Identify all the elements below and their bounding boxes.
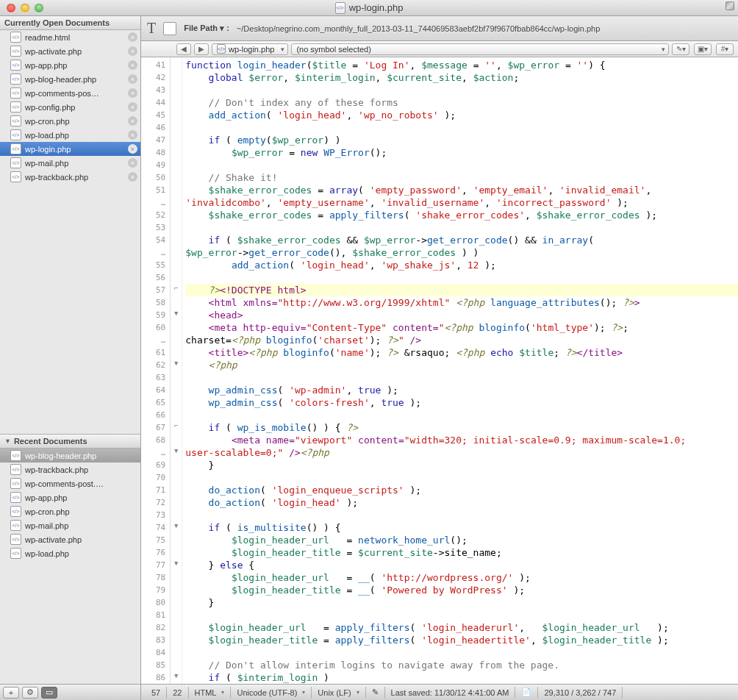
sidebar-footer: + ⚙ ▭ xyxy=(0,684,140,700)
last-saved: Last saved: 11/30/12 4:41:00 AM xyxy=(385,687,516,699)
file-name: wp-login.php xyxy=(25,145,126,154)
document-icon: </> xyxy=(335,2,345,14)
file-icon: </> xyxy=(10,534,21,545)
document-icon: </> xyxy=(217,44,226,54)
sidebar-recent-item[interactable]: </>wp-comments-post.… xyxy=(0,476,140,490)
minimize-icon[interactable] xyxy=(21,4,29,12)
close-icon[interactable]: × xyxy=(128,60,137,70)
close-icon[interactable] xyxy=(7,4,15,12)
file-name: wp-blog-header.php xyxy=(25,451,137,460)
nav-back-button[interactable]: ◀ xyxy=(176,43,191,55)
file-icon: </> xyxy=(10,88,21,99)
pencil-icon[interactable]: ✎▾ xyxy=(672,43,689,55)
file-icon: </> xyxy=(10,74,21,85)
file-name: wp-app.php xyxy=(25,61,126,70)
file-name: wp-cron.php xyxy=(25,507,137,516)
close-icon[interactable]: × xyxy=(128,158,137,168)
file-path-label[interactable]: File Path ▾ : xyxy=(184,24,229,33)
close-icon[interactable]: × xyxy=(128,102,137,112)
file-name: wp-activate.php xyxy=(25,535,137,544)
file-name: wp-load.php xyxy=(25,131,126,140)
view-toggle-button[interactable]: ▭ xyxy=(41,687,57,699)
sidebar-recent-item[interactable]: </>wp-trackback.php xyxy=(0,463,140,476)
file-name: wp-trackback.php xyxy=(25,173,126,182)
file-icon: </> xyxy=(10,520,21,531)
file-icon: </> xyxy=(10,60,21,71)
sidebar-open-item[interactable]: </>wp-config.php× xyxy=(0,100,140,114)
window-title: wp-login.php xyxy=(349,2,404,13)
sidebar-recent-item[interactable]: </>wp-app.php xyxy=(0,490,140,504)
line-gutter: 4142434445464748495051…525354…5556575859… xyxy=(141,57,171,684)
file-name: wp-cron.php xyxy=(25,117,126,126)
close-icon[interactable]: × xyxy=(128,144,137,154)
save-indicator-icon: ✎ xyxy=(366,687,385,699)
file-icon: </> xyxy=(10,46,21,57)
sidebar-open-item[interactable]: </>wp-app.php× xyxy=(0,58,140,72)
sidebar-open-item[interactable]: </>wp-comments-pos…× xyxy=(0,86,140,100)
close-icon[interactable]: × xyxy=(128,130,137,140)
sidebar-open-item[interactable]: </>readme.html× xyxy=(0,30,140,44)
sidebar-open-item[interactable]: </>wp-activate.php× xyxy=(0,44,140,58)
file-name: wp-activate.php xyxy=(25,47,126,56)
text-tool-icon[interactable]: T xyxy=(147,20,156,37)
document-icon[interactable] xyxy=(163,22,176,35)
counterpart-icon[interactable]: #▾ xyxy=(716,43,734,55)
close-icon[interactable]: × xyxy=(128,88,137,98)
maximize-icon[interactable] xyxy=(35,4,43,12)
file-name: wp-mail.php xyxy=(25,521,137,530)
toolbar-toggle-icon[interactable] xyxy=(726,1,734,10)
file-icon: </> xyxy=(10,143,21,154)
code-editor[interactable]: 4142434445464748495051…525354…5556575859… xyxy=(141,57,738,684)
file-name: wp-mail.php xyxy=(25,159,126,168)
language-selector[interactable]: HTML xyxy=(189,687,232,699)
add-button[interactable]: + xyxy=(3,687,19,699)
sidebar-open-item[interactable]: </>wp-trackback.php× xyxy=(0,170,140,184)
file-name: wp-trackback.php xyxy=(25,465,137,474)
sidebar-recent-item[interactable]: </>wp-mail.php xyxy=(0,518,140,532)
recent-docs-list: </>wp-blog-header.php</>wp-trackback.php… xyxy=(0,449,140,560)
close-icon[interactable]: × xyxy=(128,116,137,126)
file-name: wp-comments-post.… xyxy=(25,479,137,488)
clipboard-icon[interactable]: ▣▾ xyxy=(694,43,712,55)
navigation-bar: ◀ ▶ </> wp-login.php (no symbol selected… xyxy=(141,41,738,57)
close-icon[interactable]: × xyxy=(128,172,137,182)
code-content[interactable]: function login_header($title = 'Log In',… xyxy=(182,57,738,684)
nav-forward-button[interactable]: ▶ xyxy=(194,43,209,55)
sidebar-recent-item[interactable]: </>wp-load.php xyxy=(0,546,140,560)
fold-column[interactable]: ⌐▼▼⌐▼▼▼▼ xyxy=(171,57,182,684)
open-docs-header[interactable]: Currently Open Documents xyxy=(0,16,140,30)
toolbar: T File Path ▾ : ~/Desktop/negrino.com_mo… xyxy=(141,16,738,41)
sidebar-open-item[interactable]: </>wp-mail.php× xyxy=(0,156,140,170)
sidebar-open-item[interactable]: </>wp-cron.php× xyxy=(0,114,140,128)
sidebar-recent-item[interactable]: </>wp-activate.php xyxy=(0,532,140,546)
sidebar-open-item[interactable]: </>wp-load.php× xyxy=(0,128,140,142)
encoding-selector[interactable]: Unicode (UTF-8) xyxy=(231,687,312,699)
file-name: wp-blog-header.php xyxy=(25,75,126,84)
sidebar-open-item[interactable]: </>wp-login.php× xyxy=(0,142,140,156)
close-icon[interactable]: × xyxy=(128,46,137,56)
recent-docs-header[interactable]: ▼ Recent Documents xyxy=(0,434,140,449)
cursor-col[interactable]: 22 xyxy=(167,687,188,699)
action-button[interactable]: ⚙ xyxy=(22,687,38,699)
file-icon: </> xyxy=(10,101,21,113)
file-icon: </> xyxy=(10,157,21,168)
sidebar-recent-item[interactable]: </>wp-blog-header.php xyxy=(0,449,140,463)
file-icon: </> xyxy=(10,32,21,43)
file-icon: </> xyxy=(10,171,21,182)
sidebar-open-item[interactable]: </>wp-blog-header.php× xyxy=(0,72,140,86)
sidebar: Currently Open Documents </>readme.html×… xyxy=(0,16,141,700)
disclosure-triangle-icon: ▼ xyxy=(4,438,11,445)
sidebar-recent-item[interactable]: </>wp-cron.php xyxy=(0,504,140,518)
file-name: wp-comments-pos… xyxy=(25,89,126,98)
line-ending-selector[interactable]: Unix (LF) xyxy=(312,687,365,699)
symbol-dropdown[interactable]: (no symbol selected) xyxy=(291,43,669,55)
cursor-line[interactable]: 57 xyxy=(146,687,167,699)
file-icon: </> xyxy=(10,548,21,559)
close-icon[interactable]: × xyxy=(128,32,137,42)
file-dropdown[interactable]: </> wp-login.php xyxy=(212,43,288,55)
file-name: readme.html xyxy=(25,33,126,42)
traffic-lights xyxy=(7,4,43,12)
close-icon[interactable]: × xyxy=(128,74,137,84)
file-name: wp-config.php xyxy=(25,103,126,112)
document-icon: 📄 xyxy=(515,687,538,699)
